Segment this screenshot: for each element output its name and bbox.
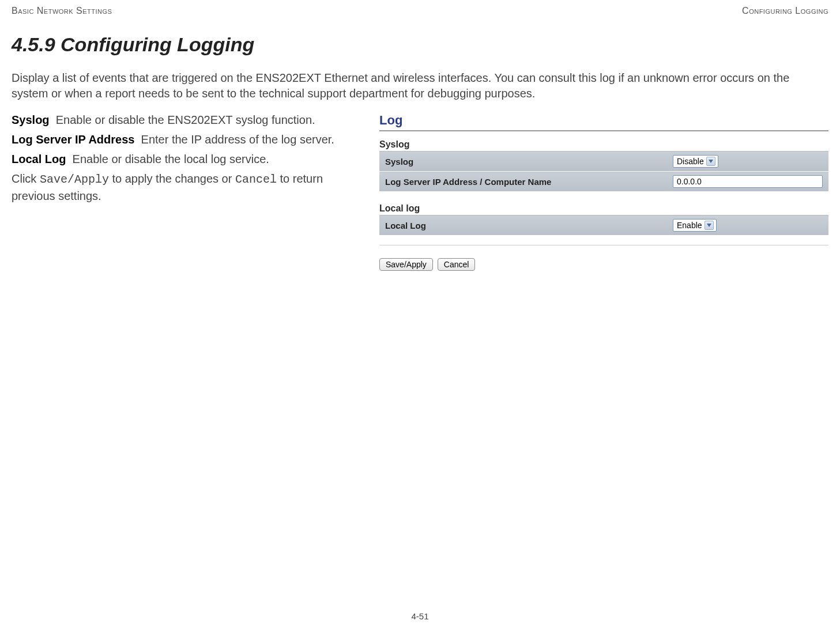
log-server-ip-input[interactable] <box>673 175 823 188</box>
section-heading: 4.5.9 Configuring Logging <box>12 33 828 56</box>
cancel-button[interactable]: Cancel <box>438 258 476 271</box>
syslog-table: Syslog Disable Log Server IP Address / C… <box>379 152 828 192</box>
divider <box>379 130 828 131</box>
def-locallog: Local Log Enable or disable the local lo… <box>12 151 369 167</box>
def-syslog-desc: Enable or disable the ENS202EXT syslog f… <box>56 114 315 126</box>
table-row: Local Log Enable <box>379 215 828 236</box>
page-number: 4-51 <box>0 611 840 621</box>
header-left: Basic Network Settings <box>12 6 112 16</box>
cancel-literal: Cancel <box>235 173 277 186</box>
def-syslog-term: Syslog <box>12 114 50 126</box>
save-apply-button[interactable]: Save/Apply <box>379 258 433 271</box>
locallog-table: Local Log Enable <box>379 215 828 236</box>
def-logserver-desc: Enter the IP address of the log server. <box>141 133 334 146</box>
def-locallog-term: Local Log <box>12 153 66 165</box>
panel-title: Log <box>379 113 828 128</box>
chevron-down-icon <box>705 221 714 230</box>
def-logserver-term: Log Server IP Address <box>12 133 134 146</box>
divider <box>379 245 828 245</box>
def-logserver: Log Server IP Address Enter the IP addre… <box>12 131 369 147</box>
header-right: Configuring Logging <box>742 6 828 16</box>
syslog-select-value: Disable <box>677 157 704 166</box>
locallog-select-value: Enable <box>677 221 702 230</box>
locallog-group-label: Local log <box>379 203 828 214</box>
ip-row-label: Log Server IP Address / Computer Name <box>379 172 667 192</box>
intro-paragraph: Display a list of events that are trigge… <box>12 70 828 101</box>
save-apply-literal: Save/Apply <box>40 173 109 186</box>
def-locallog-desc: Enable or disable the local log service. <box>73 153 269 165</box>
def-syslog: Syslog Enable or disable the ENS202EXT s… <box>12 112 369 128</box>
table-row: Log Server IP Address / Computer Name <box>379 172 828 192</box>
instruction-line: Click Save/Apply to apply the changes or… <box>12 171 369 204</box>
table-row: Syslog Disable <box>379 152 828 172</box>
syslog-group-label: Syslog <box>379 139 828 150</box>
locallog-row-label: Local Log <box>379 215 667 236</box>
syslog-select[interactable]: Disable <box>673 155 718 168</box>
locallog-select[interactable]: Enable <box>673 219 717 232</box>
syslog-row-label: Syslog <box>379 152 667 172</box>
chevron-down-icon <box>706 157 715 166</box>
